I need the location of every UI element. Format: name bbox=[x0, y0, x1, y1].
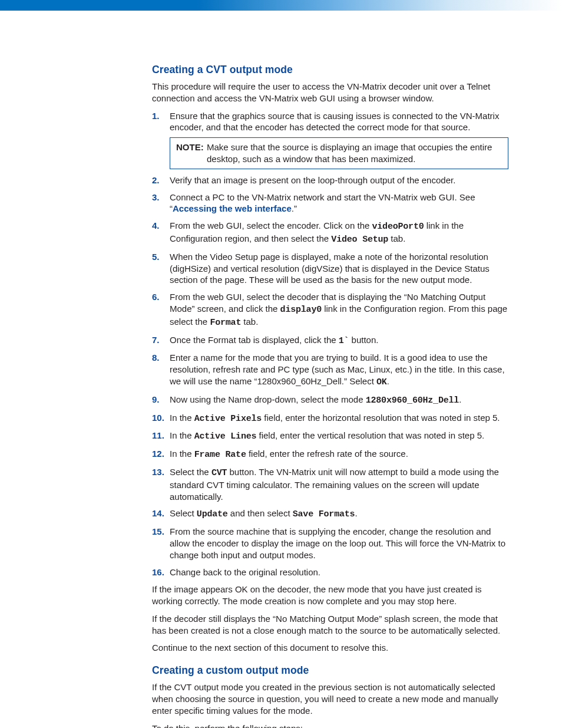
step-6: 6. From the web GUI, select the decoder … bbox=[152, 291, 508, 328]
step-number: 12. bbox=[152, 448, 166, 460]
t: In the bbox=[170, 413, 194, 423]
closing-paragraph-1: If the image appears OK on the decoder, … bbox=[152, 584, 508, 607]
step-text: From the source machine that is supplyin… bbox=[170, 526, 505, 560]
mono-active-lines: Active Lines bbox=[194, 431, 257, 442]
t: . bbox=[459, 394, 461, 404]
step-9: 9. Now using the Name drop-down, select … bbox=[152, 394, 508, 407]
step-number: 3. bbox=[152, 192, 166, 203]
step-16: 16. Change back to the original resoluti… bbox=[152, 566, 508, 578]
t: button. bbox=[349, 335, 378, 345]
step-2: 2. Verify that an image is present on th… bbox=[152, 174, 508, 186]
step-number: 15. bbox=[152, 526, 166, 538]
closing-paragraph-3: Continue to the next section of this doc… bbox=[152, 642, 508, 654]
note-box: NOTE: Make sure that the source is displ… bbox=[170, 137, 508, 169]
t: and then select bbox=[228, 508, 293, 518]
step-number: 6. bbox=[152, 291, 166, 303]
mono-active-pixels: Active Pixels bbox=[194, 414, 262, 424]
note-text: Make sure that the source is displaying … bbox=[207, 141, 502, 165]
step-text: Verify that an image is present on the l… bbox=[170, 175, 455, 185]
t: . bbox=[355, 508, 357, 518]
t: field, enter the vertical resolution tha… bbox=[256, 430, 484, 440]
step-5: 5. When the Video Setup page is displaye… bbox=[152, 251, 508, 286]
t: tab. bbox=[241, 317, 258, 327]
step-number: 14. bbox=[152, 508, 166, 519]
step-number: 8. bbox=[152, 352, 166, 364]
step-10: 10. In the Active Pixels field, enter th… bbox=[152, 412, 508, 425]
step-text: When the Video Setup page is displayed, … bbox=[170, 252, 490, 285]
mono-update: Update bbox=[197, 509, 228, 519]
step-number: 1. bbox=[152, 110, 166, 122]
step-13: 13. Select the CVT button. The VN-Matrix… bbox=[152, 466, 508, 502]
mono-display0: display0 bbox=[280, 305, 322, 315]
mono-mode-name: 1280x960_60Hz_Dell bbox=[366, 396, 459, 406]
heading-creating-custom: Creating a custom output mode bbox=[152, 664, 508, 677]
heading-creating-cvt: Creating a CVT output mode bbox=[152, 64, 508, 76]
link-accessing-web-interface[interactable]: Accessing the web interface bbox=[173, 203, 292, 213]
step-3: 3. Connect a PC to the VN-Matrix network… bbox=[152, 192, 508, 215]
step-12: 12. In the Frame Rate field, enter the r… bbox=[152, 448, 508, 461]
t: Select bbox=[170, 508, 197, 518]
t: field, enter the horizontal resolution t… bbox=[262, 413, 500, 423]
intro-paragraph: This procedure will require the user to … bbox=[152, 81, 508, 104]
t: In the bbox=[170, 430, 194, 440]
step-text-post: .” bbox=[292, 203, 297, 213]
t: In the bbox=[170, 449, 194, 459]
page: Creating a CVT output mode This procedur… bbox=[0, 0, 562, 728]
note-label: NOTE: bbox=[176, 141, 207, 165]
mono-video-setup: Video Setup bbox=[331, 235, 388, 245]
step-text: Ensure that the graphics source that is … bbox=[170, 111, 499, 133]
step-1: 1. Ensure that the graphics source that … bbox=[152, 110, 508, 169]
mono-save-formats: Save Formats bbox=[293, 509, 355, 519]
section2-intro: If the CVT output mode you created in th… bbox=[152, 681, 508, 716]
mono-1tick: 1` bbox=[339, 336, 349, 346]
step-number: 2. bbox=[152, 174, 166, 186]
mono-ok: OK bbox=[376, 377, 387, 387]
step-number: 5. bbox=[152, 251, 166, 263]
step-7: 7. Once the Format tab is displayed, cli… bbox=[152, 334, 508, 347]
t: Now using the Name drop-down, select the… bbox=[170, 394, 366, 404]
step-15: 15. From the source machine that is supp… bbox=[152, 526, 508, 561]
mono-videoport0: videoPort0 bbox=[372, 222, 424, 232]
t: field, enter the refresh rate of the sou… bbox=[246, 449, 408, 459]
t: . bbox=[387, 376, 389, 386]
header-gradient-bar bbox=[0, 0, 562, 11]
step-number: 16. bbox=[152, 566, 166, 578]
step-number: 11. bbox=[152, 430, 166, 442]
t: Select the bbox=[170, 467, 211, 477]
step-number: 4. bbox=[152, 220, 166, 232]
closing-paragraph-2: If the decoder still displays the “No Ma… bbox=[152, 613, 508, 637]
mono-frame-rate: Frame Rate bbox=[194, 450, 246, 460]
t: From the web GUI, select the encoder. Cl… bbox=[170, 220, 372, 230]
content-column: Creating a CVT output mode This procedur… bbox=[152, 64, 508, 728]
section2-intro2: To do this, perform the following steps: bbox=[152, 723, 508, 728]
t: tab. bbox=[388, 233, 405, 243]
step-text: Change back to the original resolution. bbox=[170, 567, 320, 577]
step-14: 14. Select Update and then select Save F… bbox=[152, 508, 508, 521]
step-8: 8. Enter a name for the mode that you ar… bbox=[152, 352, 508, 388]
t: Enter a name for the mode that you are t… bbox=[170, 353, 505, 386]
step-number: 7. bbox=[152, 334, 166, 346]
mono-cvt: CVT bbox=[211, 468, 227, 478]
mono-format: Format bbox=[210, 318, 241, 328]
step-11: 11. In the Active Lines field, enter the… bbox=[152, 430, 508, 443]
step-number: 9. bbox=[152, 394, 166, 406]
step-4: 4. From the web GUI, select the encoder.… bbox=[152, 220, 508, 246]
step-number: 13. bbox=[152, 466, 166, 478]
t: Once the Format tab is displayed, click … bbox=[170, 335, 339, 345]
ordered-steps-1: 1. Ensure that the graphics source that … bbox=[152, 110, 508, 578]
step-number: 10. bbox=[152, 412, 166, 424]
